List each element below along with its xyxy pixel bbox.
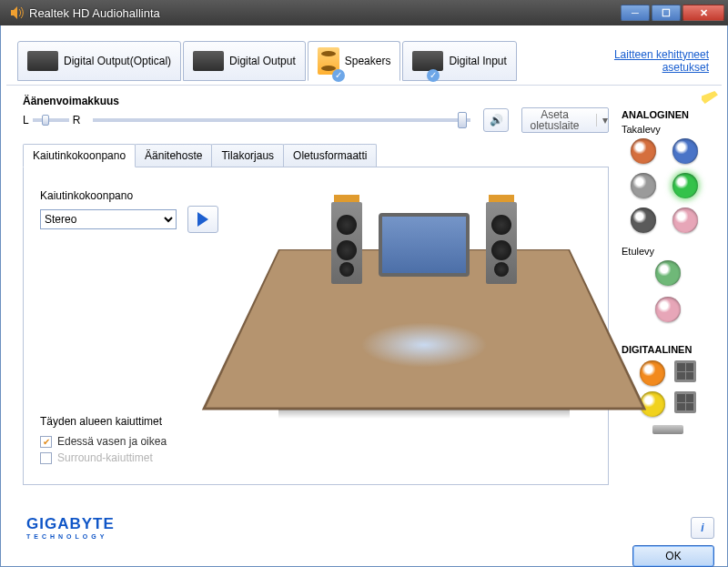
volume-slider[interactable] (93, 118, 470, 122)
connector-panel: ANALOGINEN Takalevy Etulevy DIGITAALINEN (614, 86, 722, 513)
settings-tabs: Kaiutinkokoonpano Äänitehoste Tilakorjau… (23, 144, 609, 167)
speaker-icon: 🔊 (490, 114, 503, 127)
audio-jack[interactable] (631, 208, 656, 233)
audio-jack[interactable] (672, 138, 698, 164)
window-title: Realtek HD Audiohallinta (29, 6, 621, 20)
device-icon (27, 51, 58, 71)
ok-button[interactable]: OK (632, 545, 714, 567)
play-icon (197, 212, 208, 227)
audio-jack[interactable] (655, 297, 681, 322)
default-check-icon: ✓ (427, 69, 440, 82)
back-panel-label: Takalevy (622, 124, 718, 135)
tab-sound-effects[interactable]: Äänitehoste (135, 144, 212, 167)
full-range-group: Täyden alueen kaiuttimet ✔ Edessä vasen … (40, 415, 167, 468)
audio-jack[interactable] (655, 260, 681, 286)
close-button[interactable]: ✕ (682, 5, 724, 21)
edit-icon[interactable] (702, 91, 718, 104)
tab-default-format[interactable]: Oletusformaatti (283, 144, 377, 167)
test-play-button[interactable] (187, 206, 218, 233)
app-icon (9, 5, 24, 20)
title-bar: Realtek HD Audiohallinta ─ ☐ ✕ (0, 0, 728, 25)
checkbox-icon: ✔ (40, 436, 52, 448)
device-icon (193, 51, 224, 71)
info-button[interactable]: i (691, 517, 714, 539)
spdif-icon[interactable] (674, 360, 696, 382)
tab-label: Digital Output(Optical) (64, 55, 171, 67)
tab-speakers[interactable]: ✓ Speakers (308, 41, 401, 81)
checkbox-front-lr[interactable]: ✔ Edessä vasen ja oikea (40, 435, 167, 448)
set-default-button[interactable]: Aseta oletuslaite ▾ (521, 107, 609, 133)
audio-jack[interactable] (672, 208, 698, 233)
device-icon (412, 51, 443, 71)
checkbox-surround: Surround-kaiuttimet (40, 451, 167, 464)
mute-button[interactable]: 🔊 (483, 108, 509, 132)
spdif-icon[interactable] (674, 391, 696, 413)
tab-digital-input[interactable]: ✓ Digital Input (402, 41, 516, 81)
tv-icon (379, 213, 470, 277)
maximize-button[interactable]: ☐ (652, 5, 681, 21)
tab-label: Speakers (345, 55, 391, 67)
speaker-config-panel: Kaiutinkokoonpano Stereo (23, 167, 609, 485)
tab-speaker-config[interactable]: Kaiutinkokoonpano (23, 144, 136, 167)
analog-heading: ANALOGINEN (622, 109, 718, 120)
volume-heading: Äänenvoimakkuus (23, 95, 609, 107)
tab-label: Digital Input (449, 55, 506, 67)
room-visualization (278, 186, 570, 413)
info-icon: i (701, 521, 703, 534)
tab-label: Digital Output (229, 55, 296, 67)
digital-heading: DIGITAALINEN (622, 344, 718, 355)
speaker-config-select[interactable]: Stereo (40, 209, 177, 229)
audio-jack[interactable] (631, 173, 656, 198)
advanced-settings-link[interactable]: Laitteen kehittyneet asetukset (614, 48, 722, 74)
default-check-icon: ✓ (332, 69, 345, 82)
tab-digital-output-optical[interactable]: Digital Output(Optical) (17, 41, 181, 81)
digital-jack[interactable] (640, 360, 665, 386)
audio-jack[interactable] (672, 173, 698, 198)
balance-slider[interactable]: L R (23, 114, 80, 127)
speaker-left-icon[interactable] (331, 202, 362, 284)
minimize-button[interactable]: ─ (621, 5, 650, 21)
hdmi-icon (652, 425, 683, 434)
tab-room-correction[interactable]: Tilakorjaus (211, 144, 284, 167)
front-panel-label: Etulevy (622, 246, 718, 257)
chevron-down-icon: ▾ (596, 114, 608, 127)
tab-digital-output[interactable]: Digital Output (183, 41, 306, 81)
device-tab-row: Digital Output(Optical) Digital Output ✓… (6, 31, 722, 86)
audio-jack[interactable] (631, 138, 656, 164)
brand-logo: GIGABYTE TECHNOLOGY (26, 515, 115, 540)
full-range-heading: Täyden alueen kaiuttimet (40, 415, 167, 428)
speaker-right-icon[interactable] (486, 202, 517, 284)
checkbox-icon (40, 452, 52, 464)
